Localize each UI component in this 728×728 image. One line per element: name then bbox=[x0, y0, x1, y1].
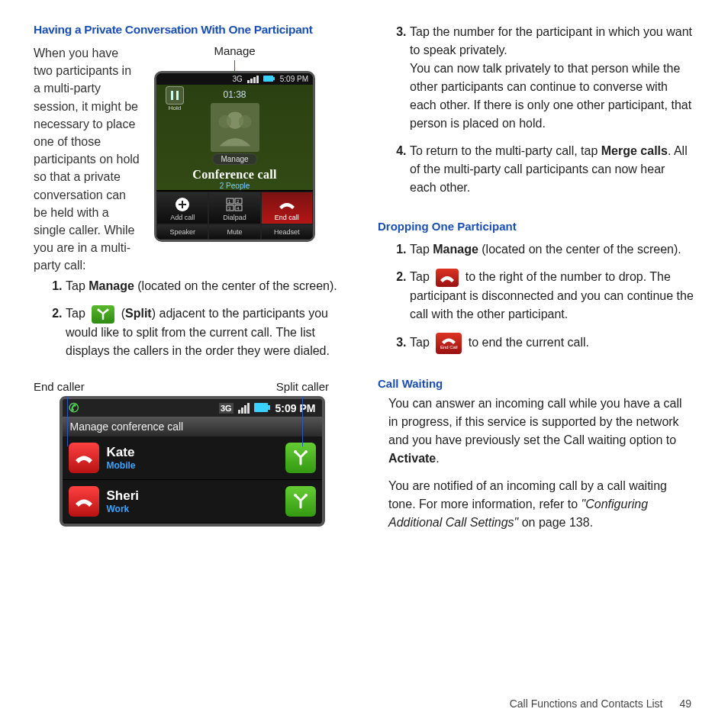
call-active-icon: ✆ bbox=[69, 401, 79, 415]
people-count-label: 2 People bbox=[156, 182, 313, 190]
contact-name: Sheri bbox=[107, 488, 278, 504]
net-3g-icon: 3G bbox=[232, 75, 242, 83]
svg-rect-0 bbox=[263, 76, 273, 82]
manage-button: Manage bbox=[212, 153, 256, 165]
svg-point-24 bbox=[294, 494, 297, 497]
step-1: Tap Manage (located on the center of the… bbox=[66, 277, 350, 295]
svg-point-6 bbox=[238, 115, 251, 128]
conference-call-label: Conference call bbox=[156, 168, 313, 182]
end-call-button: End call bbox=[261, 192, 313, 224]
contact-row: Kate Mobile bbox=[63, 436, 322, 480]
headset-button: Headset bbox=[261, 224, 313, 240]
page-footer: Call Functions and Contacts List49 bbox=[378, 697, 694, 720]
contact-row: Sheri Work bbox=[63, 480, 322, 523]
call-waiting-paragraph-1: You can answer an incoming call while yo… bbox=[388, 395, 694, 468]
svg-text:3: 3 bbox=[228, 206, 231, 211]
svg-text:1: 1 bbox=[228, 199, 231, 204]
intro-paragraph: When you have two participants in a mult… bbox=[34, 44, 140, 274]
section-title-private-conversation: Having a Private Conversation With One P… bbox=[34, 23, 350, 37]
callout-end-caller-label: End caller bbox=[34, 380, 85, 393]
step-2: Tap (Split) adjacent to the participants… bbox=[66, 304, 350, 360]
phone-screenshot-manage-conference: ✆ 3G 5:09 PM Manage conference call Kate bbox=[60, 396, 325, 527]
section-title-dropping-participant: Dropping One Participant bbox=[378, 220, 694, 233]
battery-icon bbox=[263, 75, 275, 83]
svg-rect-3 bbox=[176, 91, 179, 100]
signal-icon bbox=[247, 76, 259, 83]
split-icon bbox=[92, 305, 114, 324]
svg-point-18 bbox=[98, 309, 100, 311]
call-waiting-paragraph-2: You are notified of an incoming call by … bbox=[388, 477, 694, 532]
callout-line bbox=[67, 396, 68, 446]
phone-screenshot-conference: 3G 5:09 PM bbox=[154, 71, 315, 242]
end-call-icon: End Call bbox=[436, 333, 462, 354]
svg-rect-2 bbox=[171, 91, 173, 100]
svg-rect-1 bbox=[273, 77, 275, 80]
svg-point-19 bbox=[107, 309, 109, 311]
svg-point-22 bbox=[294, 450, 297, 453]
svg-text:4: 4 bbox=[237, 206, 240, 211]
statusbar-time: 5:09 PM bbox=[280, 75, 308, 83]
callout-line bbox=[234, 60, 235, 71]
split-caller-icon bbox=[285, 443, 316, 473]
hold-label: Hold bbox=[169, 105, 181, 111]
add-call-button: Add call bbox=[156, 192, 208, 224]
step-3: Tap the number for the participant in wh… bbox=[410, 23, 694, 133]
contact-type: Work bbox=[107, 504, 278, 514]
end-caller-icon bbox=[69, 486, 99, 517]
svg-rect-9 bbox=[179, 204, 186, 205]
hold-icon bbox=[166, 86, 184, 105]
svg-rect-21 bbox=[268, 405, 270, 410]
callout-split-caller-label: Split caller bbox=[276, 380, 329, 393]
callout-manage-label: Manage bbox=[214, 44, 255, 57]
svg-point-5 bbox=[218, 115, 231, 128]
mute-button: Mute bbox=[208, 224, 260, 240]
battery-icon bbox=[254, 402, 271, 414]
svg-text:2: 2 bbox=[237, 199, 240, 204]
speaker-button: Speaker bbox=[156, 224, 208, 240]
statusbar-time: 5:09 PM bbox=[275, 402, 316, 414]
callout-line bbox=[302, 396, 303, 446]
manage-conference-title: Manage conference call bbox=[63, 417, 322, 436]
split-caller-icon bbox=[285, 486, 316, 517]
net-3g-icon: 3G bbox=[219, 403, 234, 414]
step-4: To return to the multi-party call, tap M… bbox=[410, 142, 694, 197]
section-title-call-waiting: Call Waiting bbox=[378, 377, 694, 390]
contact-name: Kate bbox=[107, 445, 278, 460]
svg-point-25 bbox=[304, 494, 308, 497]
contact-type: Mobile bbox=[107, 460, 278, 471]
hangup-icon bbox=[436, 269, 459, 287]
contact-avatar-icon bbox=[211, 103, 259, 152]
drop-step-3: Tap End Call to end the current call. bbox=[410, 333, 694, 354]
drop-step-2: Tap to the right of the number to drop. … bbox=[410, 268, 694, 324]
svg-rect-20 bbox=[254, 403, 268, 412]
signal-icon bbox=[238, 403, 250, 414]
drop-step-1: Tap Manage (located on the center of the… bbox=[410, 240, 694, 259]
end-caller-icon bbox=[69, 443, 99, 473]
dialpad-button: 1234 Dialpad bbox=[208, 192, 260, 224]
svg-point-23 bbox=[304, 450, 308, 453]
